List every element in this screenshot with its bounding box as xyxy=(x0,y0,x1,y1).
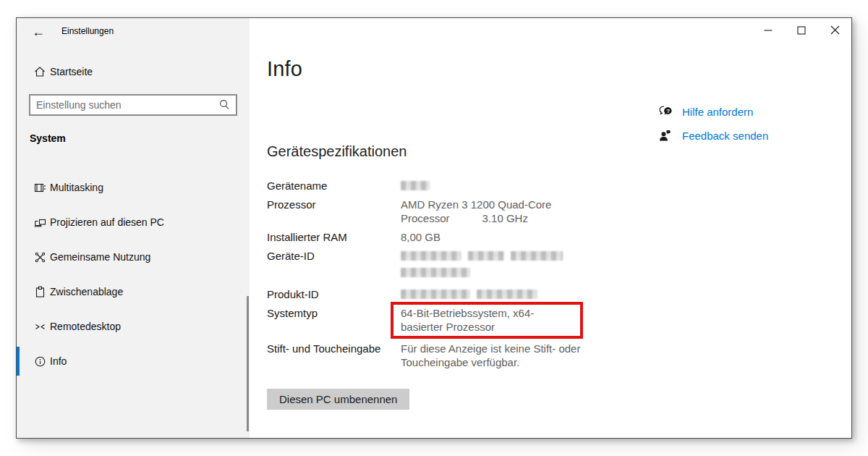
system-type-value: 64-Bit-Betriebssystem, x64-basierter Pro… xyxy=(401,307,534,333)
spec-row-device-id: Geräte-ID xyxy=(267,249,851,279)
spec-value: AMD Ryzen 3 1200 Quad-Core Processor3.10… xyxy=(401,198,593,225)
sidebar-item-label: Zwischenablage xyxy=(50,286,123,297)
help-links: ? Hilfe anfordern Feedback senden xyxy=(658,104,768,151)
shared-experiences-icon xyxy=(34,251,46,263)
home-icon xyxy=(34,66,46,77)
minimize-button[interactable] xyxy=(752,18,785,42)
maximize-icon xyxy=(797,26,806,35)
close-button[interactable] xyxy=(818,18,851,42)
spec-value-redacted xyxy=(401,179,593,193)
window-controls xyxy=(752,18,851,42)
app-title: Einstellungen xyxy=(61,26,114,36)
spec-label: Installierter RAM xyxy=(267,230,401,244)
spec-label: Prozessor xyxy=(267,198,401,225)
spec-row-device-name: Gerätename xyxy=(267,179,851,193)
redacted-block xyxy=(401,181,430,190)
redacted-block xyxy=(477,290,537,299)
sidebar-item-home[interactable]: Startseite xyxy=(17,57,250,86)
processor-line1: AMD Ryzen 3 1200 Quad-Core xyxy=(401,198,593,211)
get-help-link[interactable]: ? Hilfe anfordern xyxy=(658,104,768,119)
redacted-block xyxy=(468,251,504,261)
multitasking-icon xyxy=(34,182,46,194)
redacted-block xyxy=(401,251,461,261)
sidebar-item-label: Projizieren auf diesen PC xyxy=(50,216,164,228)
svg-text:?: ? xyxy=(666,108,670,114)
highlight-annotation-box: 64-Bit-Betriebssystem, x64-basierter Pro… xyxy=(391,302,583,339)
redacted-block xyxy=(401,290,470,299)
send-feedback-label: Feedback senden xyxy=(682,130,768,142)
spec-label: Produkt-ID xyxy=(267,287,401,301)
spec-label: Stift- und Toucheingabe xyxy=(267,342,401,369)
remote-desktop-icon xyxy=(34,321,46,333)
spec-row-ram: Installierter RAM 8,00 GB xyxy=(267,230,851,244)
back-button[interactable]: ← xyxy=(27,21,50,43)
search-icon xyxy=(217,98,231,112)
device-specs-list: Gerätename Prozessor AMD Ryzen 3 1200 Qu… xyxy=(267,179,851,369)
spec-row-pen-touch: Stift- und Toucheingabe Für diese Anzeig… xyxy=(267,342,851,369)
close-icon xyxy=(830,25,840,35)
sidebar-item-label: Gemeinsame Nutzung xyxy=(50,251,150,263)
spec-label: Gerätename xyxy=(267,179,401,193)
spec-value-redacted xyxy=(401,249,593,279)
get-help-label: Hilfe anfordern xyxy=(682,106,753,118)
spec-label: Geräte-ID xyxy=(267,249,401,279)
processor-name: Processor xyxy=(401,212,450,224)
maximize-button[interactable] xyxy=(785,18,818,42)
clipboard-icon xyxy=(34,286,46,298)
spec-row-system-type: Systemtyp 64-Bit-Betriebssystem, x64-bas… xyxy=(267,306,851,339)
help-chat-icon: ? xyxy=(658,104,674,119)
info-icon xyxy=(34,355,46,368)
feedback-person-icon xyxy=(658,128,674,143)
project-to-pc-icon xyxy=(34,216,46,229)
search-input[interactable] xyxy=(30,99,217,111)
sidebar-item-clipboard[interactable]: Zwischenablage xyxy=(17,274,250,309)
redacted-block xyxy=(401,268,470,277)
sidebar-item-label: Startseite xyxy=(50,66,93,77)
sidebar-item-shared-experiences[interactable]: Gemeinsame Nutzung xyxy=(17,240,250,274)
sidebar-item-label: Remotedesktop xyxy=(50,321,121,332)
spec-value: 8,00 GB xyxy=(401,230,593,244)
spec-row-processor: Prozessor AMD Ryzen 3 1200 Quad-Core Pro… xyxy=(267,198,851,225)
sidebar-item-label: Info xyxy=(50,355,67,367)
spec-value: Für diese Anzeige ist keine Stift- oder … xyxy=(401,342,593,369)
processor-line2: Processor3.10 GHz xyxy=(401,211,593,225)
search-box xyxy=(29,94,237,116)
send-feedback-link[interactable]: Feedback senden xyxy=(658,127,768,143)
sidebar-item-multitasking[interactable]: Multitasking xyxy=(17,170,250,205)
sidebar-item-about[interactable]: Info xyxy=(17,344,250,379)
back-arrow-icon: ← xyxy=(32,25,45,40)
sidebar-scrollbar-thumb[interactable] xyxy=(247,296,249,431)
redacted-block xyxy=(511,251,563,261)
page-title: Info xyxy=(267,57,851,81)
active-item-indicator xyxy=(17,347,20,376)
spec-value: 64-Bit-Betriebssystem, x64-basierter Pro… xyxy=(401,306,593,339)
rename-pc-button[interactable]: Diesen PC umbenennen xyxy=(267,389,409,410)
minimize-icon xyxy=(764,26,773,35)
sidebar-section-system: System xyxy=(30,132,66,144)
spec-row-product-id: Produkt-ID xyxy=(267,287,851,301)
spec-value-redacted xyxy=(401,287,593,301)
main-pane: ? Hilfe anfordern Feedback senden Info G xyxy=(250,18,851,438)
sidebar-nav: Multitasking Projizieren auf diesen PC xyxy=(17,170,250,379)
sidebar-item-label: Multitasking xyxy=(50,182,103,193)
sidebar-item-remote-desktop[interactable]: Remotedesktop xyxy=(17,309,250,344)
settings-window: ← Einstellungen Startseite System xyxy=(16,17,852,439)
processor-speed: 3.10 GHz xyxy=(482,212,528,224)
spec-label: Systemtyp xyxy=(267,306,401,339)
sidebar-item-project-to-pc[interactable]: Projizieren auf diesen PC xyxy=(17,205,250,240)
sidebar: ← Einstellungen Startseite System xyxy=(17,18,250,438)
